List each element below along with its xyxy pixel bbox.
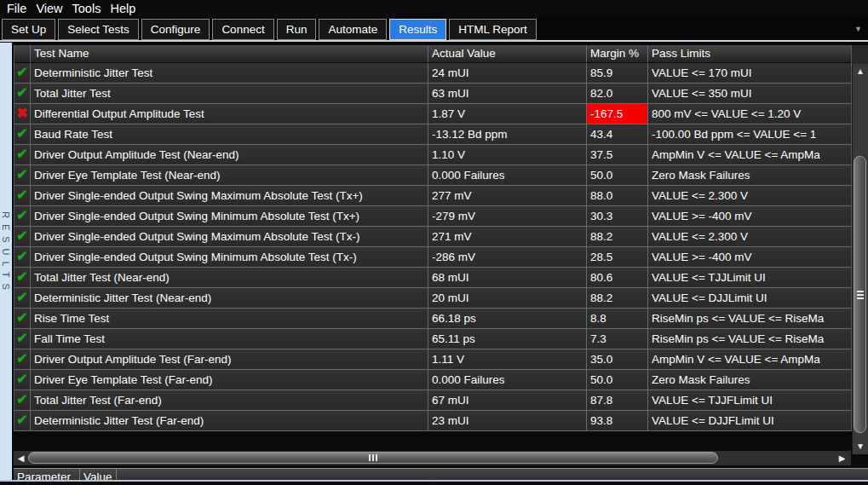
status-icon: ✔ — [14, 411, 31, 430]
cell-test-name: Driver Single-ended Output Swing Minimum… — [31, 206, 428, 226]
tab[interactable]: HTML Report — [449, 19, 537, 40]
table-row[interactable]: ✔ Driver Single-ended Output Swing Maxim… — [14, 227, 851, 247]
status-icon: ✔ — [14, 63, 31, 83]
cell-margin: 87.8 — [587, 390, 648, 410]
parameter-column-header[interactable]: Parameter — [14, 469, 80, 480]
table-row[interactable]: ✔ Total Jitter Test 63 mUI 82.0 VALUE <=… — [14, 84, 851, 104]
cell-test-name: Deterministic Jitter Test (Near-end) — [31, 288, 428, 308]
status-icon: ✔ — [14, 145, 31, 165]
cell-pass-limits: AmpMin V <= VALUE <= AmpMa — [648, 349, 851, 369]
status-icon: ✔ — [14, 329, 31, 349]
table-row[interactable]: ✔ Driver Eye Template Test (Near-end) 0.… — [14, 165, 851, 186]
status-icon: ✔ — [14, 288, 31, 308]
table-row[interactable]: ✔ Driver Single-ended Output Swing Minim… — [14, 206, 851, 227]
cell-test-name: Differential Output Amplitude Test — [31, 104, 428, 124]
tab-overflow-icon[interactable]: ▼ — [854, 25, 862, 33]
cell-margin: -167.5 — [587, 104, 648, 124]
tab[interactable]: Automate — [319, 19, 387, 40]
margin-column-header[interactable]: Margin % — [587, 45, 648, 62]
status-icon: ✖ — [14, 104, 31, 124]
cell-actual-value: 1.11 V — [428, 349, 587, 369]
table-row[interactable]: ✔ Driver Output Amplitude Test (Far-end)… — [14, 349, 851, 370]
table-row[interactable]: ✔ Fall Time Test 65.11 ps 7.3 RiseMin ps… — [14, 329, 851, 349]
cell-pass-limits: VALUE >= -400 mV — [648, 206, 851, 226]
table-row[interactable]: ✔ Driver Single-ended Output Swing Maxim… — [14, 186, 851, 206]
cell-pass-limits: Zero Mask Failures — [648, 370, 851, 390]
results-panel-label: RESULTS — [1, 211, 11, 296]
table-row[interactable]: ✔ Total Jitter Test (Far-end) 67 mUI 87.… — [14, 390, 851, 411]
vertical-scrollbar-thumb[interactable] — [854, 156, 866, 433]
cell-margin: 88.2 — [587, 227, 648, 246]
tab-bar: Set UpSelect TestsConfigureConnectRunAut… — [0, 17, 868, 42]
cell-margin: 8.8 — [587, 309, 648, 328]
value-column-header[interactable]: Value — [80, 469, 117, 480]
menu-item[interactable]: Tools — [72, 2, 101, 15]
scroll-down-icon[interactable]: ▼ — [853, 439, 868, 454]
scrollbar-grip-icon — [369, 454, 377, 461]
status-icon: ✔ — [14, 227, 31, 246]
cell-actual-value: 0.000 Failures — [428, 165, 587, 185]
cell-margin: 37.5 — [587, 145, 648, 165]
cell-margin: 43.4 — [587, 124, 648, 144]
cell-pass-limits: VALUE <= 350 mUI — [648, 84, 851, 103]
table-row[interactable]: ✔ Deterministic Jitter Test (Near-end) 2… — [14, 288, 851, 309]
menu-item[interactable]: View — [36, 2, 62, 15]
table-row[interactable]: ✔ Driver Eye Template Test (Far-end) 0.0… — [14, 370, 851, 390]
tab[interactable]: Configure — [141, 19, 210, 40]
scrollbar-grip-icon — [857, 291, 864, 299]
horizontal-scrollbar-thumb[interactable] — [28, 452, 718, 464]
horizontal-scrollbar[interactable]: ◀ ▶ — [14, 450, 851, 466]
scroll-left-icon[interactable]: ◀ — [14, 451, 28, 465]
menu-item[interactable]: Help — [110, 2, 135, 15]
cell-margin: 50.0 — [587, 165, 648, 185]
status-column-header[interactable] — [14, 45, 31, 62]
status-icon: ✔ — [14, 268, 31, 287]
test-name-column-header[interactable]: Test Name — [31, 45, 428, 62]
cell-actual-value: 67 mUI — [428, 390, 587, 410]
table-row[interactable]: ✖ Differential Output Amplitude Test 1.8… — [14, 104, 851, 124]
table-row[interactable]: ✔ Rise Time Test 66.18 ps 8.8 RiseMin ps… — [14, 309, 851, 329]
cell-test-name: Deterministic Jitter Test (Far-end) — [31, 411, 428, 430]
cell-pass-limits: -100.00 Bd ppm <= VALUE <= 1 — [648, 124, 851, 144]
table-row[interactable]: ✔ Driver Single-ended Output Swing Minim… — [14, 247, 851, 268]
actual-value-column-header[interactable]: Actual Value — [428, 45, 587, 62]
cell-margin: 35.0 — [587, 349, 648, 369]
table-row[interactable]: ✔ Driver Output Amplitude Test (Near-end… — [14, 145, 851, 165]
cell-test-name: Total Jitter Test (Near-end) — [31, 268, 428, 287]
cell-pass-limits: VALUE <= DJJFLimit UI — [648, 411, 851, 430]
tab[interactable]: Run — [277, 19, 317, 40]
cell-actual-value: 271 mV — [428, 227, 587, 246]
cell-actual-value: -286 mV — [428, 247, 587, 267]
results-table-header: Test Name Actual Value Margin % Pass Lim… — [14, 45, 851, 63]
status-icon: ✔ — [14, 349, 31, 369]
pass-limits-column-header[interactable]: Pass Limits — [648, 45, 851, 62]
tab[interactable]: Set Up — [2, 19, 55, 40]
tab[interactable]: Results — [389, 19, 446, 40]
window-frame-line — [0, 480, 868, 482]
status-icon: ✔ — [14, 165, 31, 185]
cell-pass-limits: VALUE >= -400 mV — [648, 247, 851, 267]
cell-margin: 80.6 — [587, 268, 648, 287]
results-panel-strip: RESULTS — [0, 43, 12, 480]
cell-actual-value: 277 mV — [428, 186, 587, 205]
cell-pass-limits: RiseMin ps <= VALUE <= RiseMa — [648, 309, 851, 328]
scroll-up-icon[interactable]: ▲ — [853, 64, 868, 79]
cell-actual-value: 66.18 ps — [428, 309, 587, 328]
table-row[interactable]: ✔ Deterministic Jitter Test (Far-end) 23… — [14, 411, 851, 431]
cell-actual-value: 0.000 Failures — [428, 370, 587, 390]
cell-margin: 28.5 — [587, 247, 648, 267]
cell-actual-value: 24 mUI — [428, 63, 587, 83]
cell-test-name: Driver Single-ended Output Swing Maximum… — [31, 227, 428, 246]
tab[interactable]: Connect — [212, 19, 273, 40]
status-icon: ✔ — [14, 186, 31, 205]
cell-margin: 88.0 — [587, 186, 648, 205]
status-icon: ✔ — [14, 206, 31, 226]
menu-item[interactable]: File — [7, 2, 26, 15]
cell-margin: 82.0 — [587, 84, 648, 103]
table-row[interactable]: ✔ Deterministic Jitter Test 24 mUI 85.9 … — [14, 63, 851, 84]
table-row[interactable]: ✔ Baud Rate Test -13.12 Bd ppm 43.4 -100… — [14, 124, 851, 145]
vertical-scrollbar[interactable]: ▲ ▼ — [852, 64, 868, 454]
tab[interactable]: Select Tests — [58, 19, 139, 40]
table-row[interactable]: ✔ Total Jitter Test (Near-end) 68 mUI 80… — [14, 268, 851, 288]
scroll-right-icon[interactable]: ▶ — [835, 451, 849, 465]
